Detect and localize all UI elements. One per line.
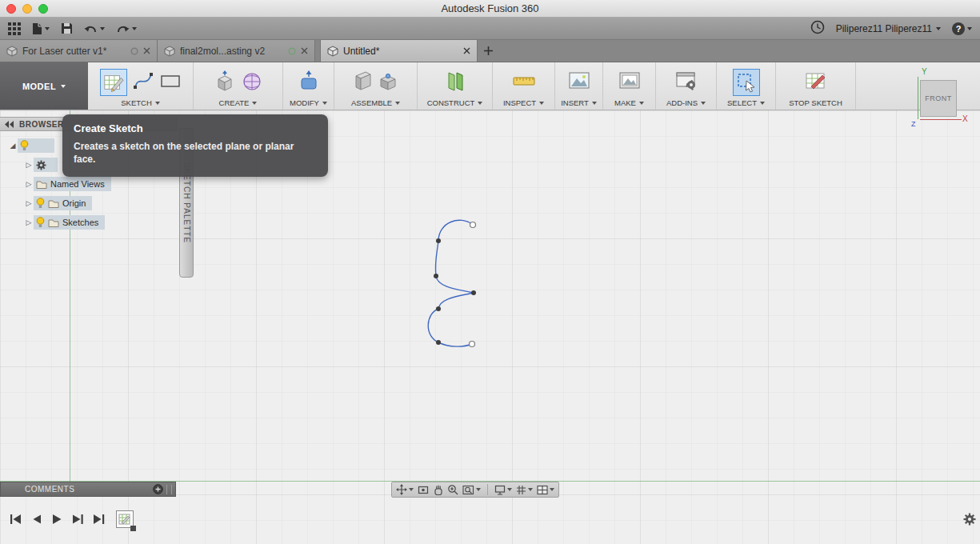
spline-endpoints[interactable] (470, 222, 476, 347)
save-button[interactable] (61, 22, 73, 34)
disclosure-expanded-icon[interactable]: ◢ (8, 142, 18, 150)
browser-settings-row[interactable]: ▷ (0, 157, 58, 173)
measure-button[interactable] (512, 70, 536, 94)
pan-hand-button[interactable] (433, 485, 443, 495)
insert-button[interactable] (568, 70, 590, 94)
minimize-window-button[interactable] (22, 4, 32, 14)
play-button[interactable] (48, 512, 66, 526)
browser-row-origin[interactable]: ▷ Origin (0, 195, 92, 211)
tab-label: For Laser cutter v1* (22, 46, 126, 57)
document-settings-strip[interactable] (34, 158, 58, 172)
comments-resize-grip[interactable] (166, 485, 172, 494)
construct-plane-button[interactable] (443, 70, 467, 95)
group-label: SKETCH (121, 98, 152, 107)
disclosure-collapsed-icon[interactable]: ▷ (24, 161, 34, 169)
disclosure-collapsed-icon[interactable]: ▷ (24, 199, 34, 207)
zoom-button[interactable] (447, 484, 458, 495)
select-button[interactable] (733, 69, 760, 96)
named-views-strip[interactable]: Named Views (34, 177, 111, 191)
add-comment-icon[interactable] (153, 484, 163, 494)
add-ins-dropdown[interactable]: ADD-INS (666, 98, 706, 107)
close-tab-icon[interactable] (143, 47, 150, 54)
tab-for-laser-cutter[interactable]: For Laser cutter v1* (0, 40, 158, 62)
comments-bar[interactable]: COMMENTS (0, 482, 176, 497)
undo-button[interactable] (84, 23, 105, 34)
timeline-playback-controls (6, 512, 107, 526)
create-form-button[interactable] (241, 70, 263, 95)
spline-tool-button[interactable] (132, 70, 154, 95)
create-dropdown[interactable]: CREATE (219, 98, 258, 107)
inspect-dropdown[interactable]: INSPECT (503, 98, 544, 107)
make-button[interactable] (618, 70, 641, 94)
root-item-strip[interactable] (18, 138, 54, 153)
look-at-button[interactable] (418, 485, 429, 495)
go-to-end-button[interactable] (90, 512, 107, 526)
document-cube-icon (164, 46, 175, 57)
sketches-strip[interactable]: Sketches (34, 215, 105, 230)
timeline-position-marker[interactable] (130, 526, 136, 531)
sketch-dropdown[interactable]: SKETCH (121, 98, 160, 107)
rectangle-tool-button[interactable] (159, 70, 182, 95)
assemble-dropdown[interactable]: ASSEMBLE (351, 98, 400, 107)
workspace-selector[interactable]: MODEL (0, 62, 88, 110)
disclosure-collapsed-icon[interactable]: ▷ (24, 218, 34, 226)
browser-row-sketches[interactable]: ▷ Sketches (0, 214, 105, 230)
new-tab-button[interactable] (478, 40, 498, 62)
user-name-label: Piliperez11 Piliperez11 (836, 23, 932, 34)
modify-dropdown[interactable]: MODIFY (290, 98, 327, 107)
select-dropdown[interactable]: SELECT (727, 98, 765, 107)
browser-root-row[interactable]: ◢ (0, 138, 54, 154)
close-tab-icon[interactable] (463, 47, 470, 54)
construct-dropdown[interactable]: CONSTRUCT (427, 98, 483, 107)
timeline-options-button[interactable] (963, 513, 976, 529)
insert-dropdown[interactable]: INSERT (561, 98, 597, 107)
create-sketch-button[interactable] (100, 69, 127, 96)
visibility-bulb-icon[interactable] (36, 217, 45, 228)
job-status-button[interactable] (810, 20, 825, 38)
viewports-button[interactable] (537, 485, 554, 495)
fit-icon (462, 485, 474, 495)
viewcube[interactable]: FRONT (920, 80, 957, 117)
origin-strip[interactable]: Origin (34, 196, 92, 210)
pan-button[interactable] (396, 484, 414, 495)
zoom-window-button[interactable] (38, 4, 48, 14)
help-icon: ? (952, 22, 965, 35)
go-to-start-button[interactable] (6, 512, 24, 526)
folder-icon (48, 218, 59, 227)
disclosure-collapsed-icon[interactable]: ▷ (24, 180, 34, 188)
joint-button[interactable] (378, 70, 399, 95)
step-back-button[interactable] (27, 512, 45, 526)
browser-row-named-views[interactable]: ▷ Named Views (0, 176, 111, 192)
group-label: MODIFY (290, 98, 319, 107)
help-menu-button[interactable]: ? (952, 22, 972, 35)
display-settings-button[interactable] (494, 485, 512, 495)
spline-curve[interactable] (428, 220, 474, 346)
tab-untitled[interactable]: Untitled* (320, 40, 478, 62)
close-tab-icon[interactable] (301, 47, 308, 54)
apps-grid-icon (8, 22, 21, 35)
workspace-label: MODEL (22, 82, 56, 91)
extrude-button[interactable] (214, 70, 236, 95)
stop-sketch-button[interactable] (805, 70, 827, 95)
make-dropdown[interactable]: MAKE (614, 98, 644, 107)
viewcube-y-axis-line (918, 77, 918, 119)
redo-button[interactable] (116, 23, 137, 34)
stop-sketch-label[interactable]: STOP SKETCH (789, 98, 842, 107)
ribbon-group-construct: CONSTRUCT (418, 62, 493, 110)
close-window-button[interactable] (6, 4, 16, 14)
new-component-button[interactable] (353, 70, 374, 95)
grid-snaps-button[interactable] (516, 485, 533, 495)
spline-sketch-geometry[interactable] (414, 206, 518, 362)
add-ins-button[interactable] (675, 70, 698, 94)
file-menu-button[interactable] (32, 22, 50, 35)
save-icon (61, 22, 73, 34)
user-account-menu[interactable]: Piliperez11 Piliperez11 (836, 23, 941, 34)
collapse-browser-icon[interactable] (5, 121, 14, 128)
tab-final2molding[interactable]: final2mol...asting v2 (158, 40, 315, 62)
visibility-bulb-icon[interactable] (20, 140, 29, 151)
fit-button[interactable] (462, 485, 481, 495)
press-pull-button[interactable] (298, 70, 320, 95)
visibility-bulb-icon[interactable] (36, 198, 45, 209)
step-forward-button[interactable] (69, 512, 86, 526)
apps-grid-button[interactable] (8, 22, 21, 35)
